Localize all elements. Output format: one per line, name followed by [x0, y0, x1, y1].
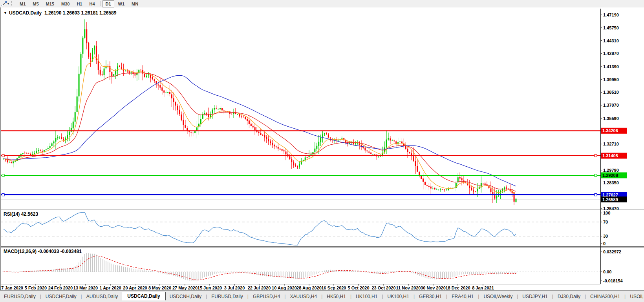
- symbol-period-label: USDCAD,Daily: [9, 10, 42, 16]
- tab-eurusd-daily[interactable]: EURUSD,Daily: [0, 293, 40, 300]
- tab-usdchf-daily[interactable]: USDCHF,Daily: [42, 293, 80, 300]
- svg-text:100: 100: [603, 211, 610, 215]
- price-chart[interactable]: 1.471901.457501.443101.428701.413901.399…: [0, 7, 644, 290]
- svg-text:1.29790: 1.29790: [603, 168, 619, 173]
- rsi-label: RSI(14) 42.5623: [4, 211, 38, 217]
- top-toolbar: ▾ M1M5M15M30H1H4D1W1MN: [0, 0, 644, 8]
- svg-text:10 Aug 2020: 10 Aug 2020: [272, 286, 297, 290]
- macd-label: MACD(12,26,9) -0.004033 -0.003481: [4, 249, 82, 254]
- svg-text:0.032972: 0.032972: [603, 249, 621, 254]
- main-panel: [0, 19, 600, 205]
- macd-signal-line: [4, 256, 516, 280]
- tab-ger30-h1[interactable]: GER30,H1: [415, 293, 446, 300]
- tab-audusd-daily[interactable]: AUDUSD,Daily: [82, 293, 122, 300]
- tab-usdcad-daily[interactable]: USDCAD,Daily: [122, 292, 165, 300]
- chart-window: 1.471901.457501.443101.428701.413901.399…: [0, 7, 644, 290]
- toolbar-separator: [100, 1, 101, 6]
- svg-text:1.26589: 1.26589: [602, 197, 618, 202]
- tab-xauusd-h4[interactable]: XAUUSD,H4: [286, 293, 321, 300]
- svg-text:27 May 2020: 27 May 2020: [172, 286, 198, 290]
- ohlc-values: 1.26190 1.26603 1.26181 1.26589: [44, 10, 117, 16]
- timeframe-button-m15[interactable]: M15: [43, 0, 57, 7]
- svg-text:1.29208: 1.29208: [602, 173, 618, 178]
- svg-text:1.32710: 1.32710: [603, 142, 619, 146]
- tab-usdcnh-daily[interactable]: USDCNH,Daily: [166, 293, 205, 300]
- svg-text:8 May 2020: 8 May 2020: [148, 286, 171, 290]
- svg-text:1.38510: 1.38510: [603, 90, 619, 95]
- svg-text:1.42870: 1.42870: [603, 51, 619, 56]
- svg-text:24 Feb 2020: 24 Feb 2020: [48, 286, 73, 290]
- svg-text:20 Apr 2020: 20 Apr 2020: [123, 286, 147, 290]
- svg-text:17 Jan 2020: 17 Jan 2020: [0, 286, 23, 290]
- line-handle[interactable]: [2, 174, 4, 176]
- timeframe-button-h4[interactable]: H4: [86, 0, 98, 7]
- tab-uk100-h1[interactable]: UK100,H1: [384, 293, 413, 300]
- timeframe-button-m30[interactable]: M30: [58, 0, 73, 7]
- tab-dj30-daily[interactable]: DJ30,Daily: [554, 293, 584, 300]
- ma-mid-line: [4, 73, 516, 191]
- tab-eurusd-daily[interactable]: EURUSD,Daily: [207, 293, 247, 300]
- svg-text:1 Apr 2020: 1 Apr 2020: [99, 286, 121, 290]
- chart-tabs: EURUSD,Daily|USDCHF,Daily|AUDUSD,DailyUS…: [0, 290, 644, 302]
- tab-fra40-h1[interactable]: FRA40,H1: [448, 293, 478, 300]
- svg-text:1.39950: 1.39950: [603, 77, 619, 82]
- line-handle[interactable]: [2, 194, 4, 196]
- timeframe-button-w1[interactable]: W1: [115, 0, 128, 7]
- svg-text:23 Oct 2020: 23 Oct 2020: [371, 286, 395, 290]
- rsi-panel: [0, 212, 600, 245]
- svg-text:22 Jul 2020: 22 Jul 2020: [248, 286, 271, 290]
- macd-axis: 0.0329720.00-0.018154: [600, 249, 623, 283]
- chart-title: ▼USDCAD,Daily 1.26190 1.26603 1.26181 1.…: [4, 10, 116, 16]
- svg-text:-0.018154: -0.018154: [603, 278, 623, 283]
- timeframe-button-mn[interactable]: MN: [128, 0, 141, 7]
- date-axis: 17 Jan 20205 Feb 202024 Feb 202013 Mar 2…: [0, 284, 494, 290]
- timeframe-button-h1[interactable]: H1: [73, 0, 85, 7]
- macd-panel: [0, 253, 600, 281]
- svg-text:1.31405: 1.31405: [602, 153, 618, 158]
- tab-usoil-[interactable]: USOil,: [626, 293, 644, 300]
- svg-text:18 Dec 2020: 18 Dec 2020: [446, 286, 470, 290]
- svg-text:11 Nov 2020: 11 Nov 2020: [396, 286, 421, 290]
- svg-text:1.28350: 1.28350: [603, 180, 619, 185]
- tab-usoil-weekly[interactable]: USOil,Weekly: [479, 293, 516, 300]
- svg-text:1.34206: 1.34206: [602, 128, 618, 133]
- trendline-cursor-icon[interactable]: [0, 1, 7, 7]
- line-handle[interactable]: [2, 155, 4, 157]
- tab-gbpusd-h4[interactable]: GBPUSD,H4: [249, 293, 284, 300]
- line-handle[interactable]: [595, 155, 597, 157]
- svg-text:5 Feb 2020: 5 Feb 2020: [25, 286, 47, 290]
- rsi-line: [4, 212, 516, 245]
- ma-fast-line: [4, 57, 516, 195]
- tab-usdjpy-h1[interactable]: USDJPY,H1: [518, 293, 551, 300]
- candlestick-series: [3, 19, 517, 205]
- svg-text:3 Jul 2020: 3 Jul 2020: [224, 286, 245, 290]
- svg-text:1.41390: 1.41390: [603, 64, 619, 69]
- svg-text:1.47190: 1.47190: [603, 13, 619, 17]
- svg-text:1.44310: 1.44310: [603, 38, 619, 43]
- svg-text:0: 0: [603, 241, 606, 246]
- timeframe-button-m5[interactable]: M5: [29, 0, 42, 7]
- chevron-down-icon[interactable]: ▾: [7, 2, 9, 5]
- line-handle[interactable]: [595, 174, 597, 176]
- timeframe-button-m1[interactable]: M1: [16, 0, 29, 7]
- rsi-axis: 10070300: [600, 211, 610, 246]
- macd-values: -0.004033 -0.003481: [38, 249, 81, 254]
- rsi-title: RSI(14): [4, 211, 20, 217]
- timeframe-button-d1[interactable]: D1: [102, 0, 114, 7]
- svg-text:8 Jan 2021: 8 Jan 2021: [472, 286, 494, 290]
- rsi-value: 42.5623: [21, 211, 38, 217]
- collapse-triangle-icon[interactable]: ▼: [4, 11, 7, 15]
- tab-china300-h1[interactable]: CHINA300,H1: [586, 293, 624, 300]
- tab-hk50-h1[interactable]: HK50,H1: [323, 293, 350, 300]
- svg-text:1.27027: 1.27027: [602, 193, 618, 197]
- svg-text:30 Nov 2020: 30 Nov 2020: [421, 286, 446, 290]
- svg-text:1.45750: 1.45750: [603, 25, 619, 30]
- toolbar-grip[interactable]: [11, 1, 14, 6]
- macd-title: MACD(12,26,9): [4, 249, 37, 254]
- line-handle[interactable]: [595, 194, 597, 196]
- svg-text:1.35590: 1.35590: [603, 116, 619, 121]
- svg-text:5 Oct 2020: 5 Oct 2020: [348, 286, 369, 290]
- svg-text:70: 70: [603, 220, 608, 224]
- tab-uk100-h1[interactable]: UK100,H1: [352, 293, 381, 300]
- svg-text:1.37070: 1.37070: [603, 103, 619, 107]
